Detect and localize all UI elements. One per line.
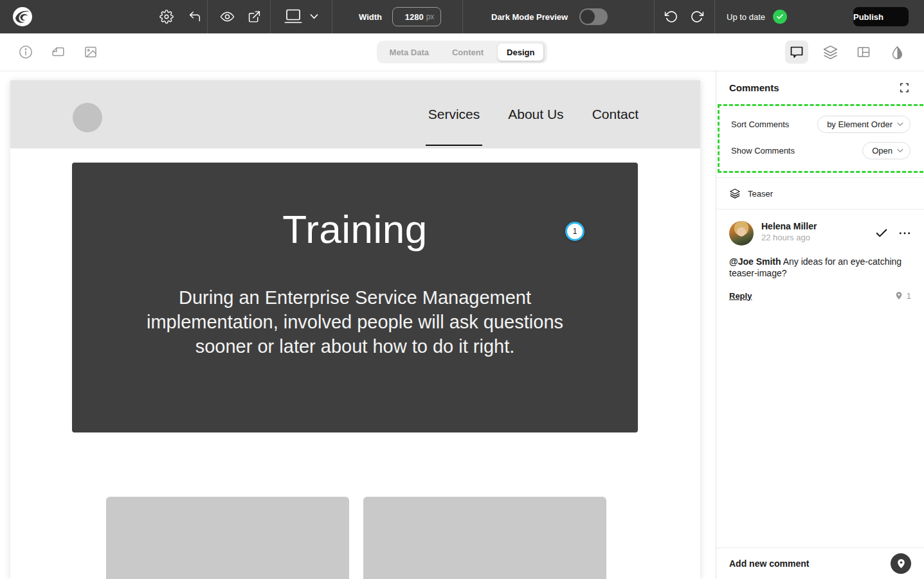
device-selector-button[interactable]	[283, 8, 318, 26]
tab-meta-data[interactable]: Meta Data	[381, 44, 438, 61]
page-info-button[interactable]	[18, 44, 33, 60]
comment-pin-count: 1	[894, 290, 911, 301]
chevron-down-icon	[310, 14, 318, 20]
editor-mode-tabs: Meta Data Content Design	[377, 41, 548, 64]
location-pin-icon	[894, 290, 903, 301]
chevron-down-icon	[897, 148, 903, 153]
sort-comments-value: by Element Order	[827, 120, 892, 129]
page-properties-button[interactable]	[50, 44, 66, 60]
publish-status-text: Up to date	[727, 12, 765, 22]
info-icon	[18, 44, 33, 60]
publish-button[interactable]: Publish	[853, 7, 909, 26]
width-input-wrap: px	[392, 7, 441, 26]
media-button[interactable]	[83, 44, 98, 60]
check-icon	[874, 226, 889, 240]
sort-comments-label: Sort Comments	[731, 120, 789, 129]
layout-panel-button[interactable]	[852, 40, 875, 64]
sort-comments-select[interactable]: by Element Order	[817, 116, 910, 133]
pin-count-value: 1	[907, 291, 911, 301]
comments-panel-title: Comments	[729, 82, 779, 93]
chevron-down-icon	[897, 122, 903, 127]
comment-author: Helena Miller	[761, 221, 874, 231]
dark-mode-label: Dark Mode Preview	[491, 12, 568, 22]
nav-item-services[interactable]: Services	[428, 107, 480, 122]
external-link-icon	[248, 10, 261, 24]
width-unit: px	[426, 12, 435, 21]
show-comments-value: Open	[872, 146, 892, 156]
comment-more-button[interactable]	[898, 227, 911, 240]
tab-design[interactable]: Design	[498, 44, 543, 61]
preview-button[interactable]	[220, 10, 235, 24]
comment-marker-1[interactable]: 1	[565, 222, 584, 241]
layout-icon	[856, 44, 871, 60]
layers-icon	[822, 44, 838, 60]
width-input[interactable]	[399, 12, 424, 22]
comments-panel-button[interactable]	[785, 40, 808, 64]
comment-timestamp: 22 hours ago	[761, 233, 874, 242]
settings-button[interactable]	[159, 10, 174, 24]
image-icon	[83, 44, 98, 60]
avatar	[729, 221, 754, 245]
resolve-comment-button[interactable]	[874, 226, 889, 240]
component-group-label: Teaser	[748, 189, 773, 199]
app-logo[interactable]	[12, 6, 33, 28]
content-placeholder-right[interactable]	[363, 497, 606, 579]
location-pin-icon	[896, 558, 907, 569]
redo-button[interactable]	[691, 10, 705, 24]
expand-icon	[899, 82, 910, 93]
gear-icon	[159, 10, 174, 24]
theme-contrast-button[interactable]	[885, 40, 909, 64]
content-placeholder-left[interactable]	[106, 497, 349, 579]
comment-mention: @Joe Smith	[729, 256, 781, 267]
check-icon	[776, 13, 784, 21]
show-comments-label: Show Comments	[731, 146, 795, 156]
layers-icon	[729, 188, 741, 199]
comment-bubble-icon	[789, 44, 804, 60]
site-header: Services About Us Contact	[10, 80, 700, 148]
eye-icon	[220, 10, 235, 24]
preview-canvas: Services About Us Contact Training Durin…	[0, 71, 716, 579]
comments-panel: Comments Sort Comments by Element Order …	[716, 71, 924, 579]
show-comments-select[interactable]: Open	[862, 142, 910, 159]
redo-icon	[691, 10, 705, 24]
nav-item-about-us[interactable]: About Us	[508, 107, 563, 122]
page-icon	[50, 44, 66, 60]
component-group-teaser[interactable]: Teaser	[716, 177, 924, 209]
editor-toolbar: Meta Data Content Design	[0, 33, 924, 71]
expand-panel-button[interactable]	[899, 82, 910, 93]
dark-mode-toggle[interactable]	[579, 8, 608, 25]
hero-title: Training	[72, 163, 638, 252]
brand-logo-icon	[12, 6, 33, 28]
add-comment-label: Add new comment	[729, 558, 809, 569]
open-in-new-tab-button[interactable]	[248, 10, 261, 24]
site-nav: Services About Us Contact	[428, 80, 639, 148]
tab-content[interactable]: Content	[443, 44, 493, 61]
revert-button[interactable]	[188, 10, 202, 24]
reply-button[interactable]: Reply	[729, 291, 752, 301]
toggle-knob	[581, 10, 595, 24]
teaser-hero-section[interactable]: Training During an Enterprise Service Ma…	[72, 163, 638, 432]
nav-item-contact[interactable]: Contact	[592, 107, 639, 122]
ellipsis-icon	[898, 227, 911, 240]
hero-text: During an Enterprise Service Management …	[133, 285, 577, 359]
website-page-preview[interactable]: Services About Us Contact Training Durin…	[10, 80, 700, 579]
desktop-device-icon	[283, 8, 303, 26]
status-check-badge	[773, 10, 787, 24]
comment-item[interactable]: Helena Miller 22 hours ago	[716, 209, 924, 301]
layers-panel-button[interactable]	[819, 40, 842, 64]
top-app-bar: Width px Dark Mode Preview Up to date	[0, 0, 924, 33]
comment-filters-highlight: Sort Comments by Element Order Show Comm…	[718, 104, 924, 173]
add-comment-pin-button[interactable]	[891, 553, 911, 574]
comment-text: @Joe Smith Any ideas for an eye-catching…	[729, 256, 911, 279]
undo-icon	[664, 10, 677, 24]
width-label: Width	[359, 12, 382, 22]
undo-button[interactable]	[664, 10, 677, 24]
site-logo-placeholder[interactable]	[73, 103, 102, 132]
undo-arrow-icon	[188, 10, 202, 24]
add-comment-bar: Add new comment	[716, 548, 924, 579]
droplet-contrast-icon	[890, 45, 905, 60]
